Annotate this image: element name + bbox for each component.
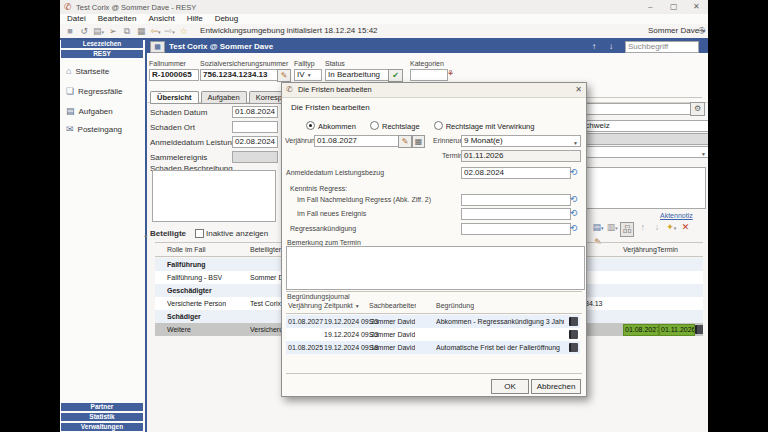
- col-rolle[interactable]: Rolle im Fall: [167, 246, 206, 253]
- col-verjaehrung[interactable]: Verjährung: [623, 246, 657, 253]
- delete-icon[interactable]: ✕: [679, 222, 691, 232]
- sidebar-item-posteingang[interactable]: ✉Posteingang: [64, 124, 142, 138]
- menu-debug[interactable]: Debug: [212, 13, 242, 24]
- col-termin[interactable]: Termin: [657, 246, 678, 253]
- refresh-icon[interactable]: ⟲: [570, 208, 578, 218]
- journal-icon[interactable]: [569, 343, 578, 354]
- journal-icon[interactable]: [695, 325, 703, 336]
- list-icon[interactable]: ▥▾: [606, 222, 618, 232]
- undo-icon[interactable]: ↺: [78, 24, 90, 38]
- up-icon[interactable]: ↑: [637, 222, 649, 232]
- anmeldedatum-field[interactable]: 02.08.2024: [232, 136, 278, 148]
- save-icon[interactable]: ■: [64, 24, 76, 38]
- sidebar-header-lesezeichen[interactable]: Lesezeichen: [61, 40, 143, 48]
- nachmeldung-field[interactable]: [461, 194, 571, 206]
- print-icon[interactable]: ▤▾: [92, 24, 104, 39]
- svn-value[interactable]: 756.1234.1234.13: [200, 69, 278, 81]
- menu-ansicht[interactable]: Ansicht: [145, 13, 177, 24]
- tasks-icon: ▤: [66, 106, 75, 116]
- erinnerung-select[interactable]: 9 Monat(e)▼: [461, 135, 581, 147]
- radio-rechtslage[interactable]: Rechtslage: [370, 122, 420, 131]
- paste-icon[interactable]: ▦: [135, 24, 147, 38]
- sidebar-bottom-partner[interactable]: Partner: [61, 403, 143, 411]
- refresh-icon[interactable]: ⟲: [570, 194, 578, 204]
- case-header-title: Test Corix @ Sommer Dave: [169, 42, 273, 51]
- menu-bearbeiten[interactable]: Bearbeiten: [95, 13, 140, 24]
- minimize-icon[interactable]: –: [648, 2, 652, 11]
- schaden-ort-field[interactable]: [232, 121, 278, 133]
- radio-abkommen[interactable]: Abkommen: [306, 122, 356, 131]
- neues-ereignis-label: Im Fall neues Ereignis: [297, 210, 366, 217]
- tab-aufgaben[interactable]: Aufgaben: [201, 91, 247, 103]
- sidebar-bottom-statistik[interactable]: Statistik: [61, 413, 143, 421]
- copy-icon[interactable]: ⧉: [121, 24, 133, 38]
- neues-ereignis-field[interactable]: [461, 208, 571, 220]
- favorite-icon[interactable]: ☆: [178, 24, 190, 38]
- right-select[interactable]: ▼: [577, 146, 708, 158]
- right-field-1[interactable]: [577, 103, 691, 115]
- user-icon[interactable]: 𐃏: [698, 24, 706, 38]
- right-textarea[interactable]: [577, 167, 706, 209]
- radio-rechtslage-verwirkung[interactable]: Rechtslage mit Verwirkung: [434, 122, 535, 131]
- refresh-icon[interactable]: ⟲: [570, 223, 578, 233]
- journal-icon[interactable]: [569, 330, 578, 341]
- journal-row[interactable]: 01.08.2025 19.12.2024 09:18 Sommer David…: [286, 341, 580, 354]
- close-icon[interactable]: ✕: [693, 2, 700, 11]
- radio-dot: [434, 121, 443, 130]
- down-icon[interactable]: ↓: [651, 222, 663, 232]
- falltyp-select[interactable]: IV ▼: [294, 69, 322, 81]
- kategorien-value[interactable]: [410, 69, 448, 81]
- inbox-icon: ✉: [66, 124, 74, 134]
- application-window: ✆ Test Corix @ Sommer Dave - RESY – ▢ ✕ …: [60, 0, 708, 432]
- journal-row[interactable]: 01.08.2027 19.12.2024 09:23 Sommer David…: [286, 315, 580, 328]
- verjaehrung-edit-pencil-icon[interactable]: ✎: [398, 135, 412, 148]
- sidebar-header-resy[interactable]: RESY: [61, 50, 143, 58]
- search-input[interactable]: Suchbegriff: [625, 41, 699, 53]
- gear-icon[interactable]: ⚙: [690, 102, 705, 116]
- cancel-button[interactable]: Abbrechen: [531, 379, 581, 394]
- kenntnis-label: Kenntnis Regress:: [290, 185, 347, 192]
- calculator-icon[interactable]: ▦: [412, 135, 425, 148]
- inaktive-checkbox[interactable]: [195, 229, 204, 238]
- beschreibung-textarea[interactable]: [152, 170, 276, 222]
- svn-edit-pencil-icon[interactable]: ✎: [277, 69, 291, 82]
- dlg-anmeldedatum-field[interactable]: 02.08.2024: [461, 167, 571, 179]
- sort-desc-icon: ▼: [355, 303, 360, 309]
- regressankuendigung-field[interactable]: [461, 223, 571, 235]
- sidebar-item-aufgaben[interactable]: ▤Aufgaben: [64, 106, 142, 120]
- schaden-ort-label: Schaden Ort: [150, 123, 195, 132]
- aktennotiz-link[interactable]: Aktennotiz: [660, 212, 693, 219]
- arrow-down-icon[interactable]: ↓: [609, 42, 613, 51]
- bemerkung-textarea[interactable]: [286, 246, 585, 290]
- dialog-close-icon[interactable]: ✕: [575, 83, 582, 97]
- kategorien-icon[interactable]: ⚘: [447, 69, 454, 78]
- sidebar-item-startseite[interactable]: ⌂Startseite: [64, 66, 142, 80]
- sidebar-item-regressfaelle[interactable]: ❏Regressfälle: [64, 86, 142, 100]
- schaden-datum-field[interactable]: 01.08.2024: [232, 106, 278, 118]
- forward-icon[interactable]: ⇨▾: [164, 24, 176, 39]
- col-beteiligter[interactable]: Beteiligter: [250, 246, 281, 253]
- verjaehrung-field[interactable]: 01.08.2027: [314, 135, 400, 147]
- menu-hilfe[interactable]: Hilfe: [184, 13, 206, 24]
- country-field[interactable]: Schweiz: [577, 120, 708, 132]
- sidebar-bottom-verwaltungen[interactable]: Verwaltungen: [61, 423, 143, 431]
- radio-dot: [370, 121, 379, 130]
- ok-button[interactable]: OK: [491, 379, 529, 394]
- bemerkung-label: Bemerkung zum Termin: [287, 239, 361, 246]
- app-icon: ✆: [64, 2, 72, 12]
- status-check-icon[interactable]: ✔: [388, 69, 403, 82]
- add-icon[interactable]: ✦▾: [665, 222, 677, 232]
- orgchart-icon[interactable]: 品: [620, 222, 634, 237]
- back-icon[interactable]: ⇦▾: [149, 24, 161, 39]
- arrow-up-icon[interactable]: ↑: [592, 42, 596, 51]
- print2-icon[interactable]: ▤▾: [592, 222, 604, 232]
- maximize-icon[interactable]: ▢: [670, 2, 678, 11]
- send-icon[interactable]: ➢: [107, 24, 119, 38]
- menu-datei[interactable]: Datei: [64, 13, 89, 24]
- refresh-icon[interactable]: ⟲: [570, 167, 578, 177]
- journal-row[interactable]: 19.12.2024 09:23 Sommer David: [286, 328, 580, 341]
- splitter-collapse-icon[interactable]: ◂: [144, 232, 147, 239]
- toolbar-status-text: Entwicklungsumgebung initialisiert 18.12…: [200, 26, 377, 35]
- journal-icon[interactable]: [569, 317, 578, 328]
- tab-uebersicht[interactable]: Übersicht: [150, 91, 199, 103]
